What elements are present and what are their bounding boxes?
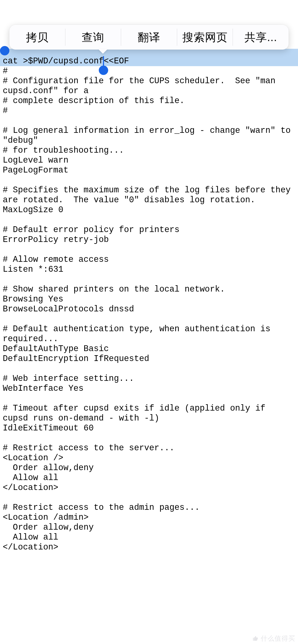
menu-item-share[interactable]: 共享... — [233, 25, 289, 50]
selection-handle-start[interactable] — [0, 46, 9, 55]
selection-handle-end[interactable] — [99, 66, 108, 75]
selection-caret-end-stem — [103, 56, 104, 67]
text-selection-context-menu: 拷贝 查询 翻译 搜索网页 共享... — [9, 25, 289, 50]
context-menu-arrow-icon — [98, 49, 108, 54]
menu-item-copy[interactable]: 拷贝 — [9, 25, 65, 50]
menu-item-search-web[interactable]: 搜索网页 — [177, 25, 233, 50]
watermark: 什么值得买 — [252, 634, 295, 643]
thumbs-up-icon — [252, 635, 259, 642]
menu-item-lookup[interactable]: 查询 — [65, 25, 121, 50]
document-body-text[interactable]: cat >$PWD/cupsd.conf<<EOF # # Configurat… — [3, 56, 295, 552]
menu-item-translate[interactable]: 翻译 — [121, 25, 177, 50]
watermark-text: 什么值得买 — [261, 634, 295, 643]
